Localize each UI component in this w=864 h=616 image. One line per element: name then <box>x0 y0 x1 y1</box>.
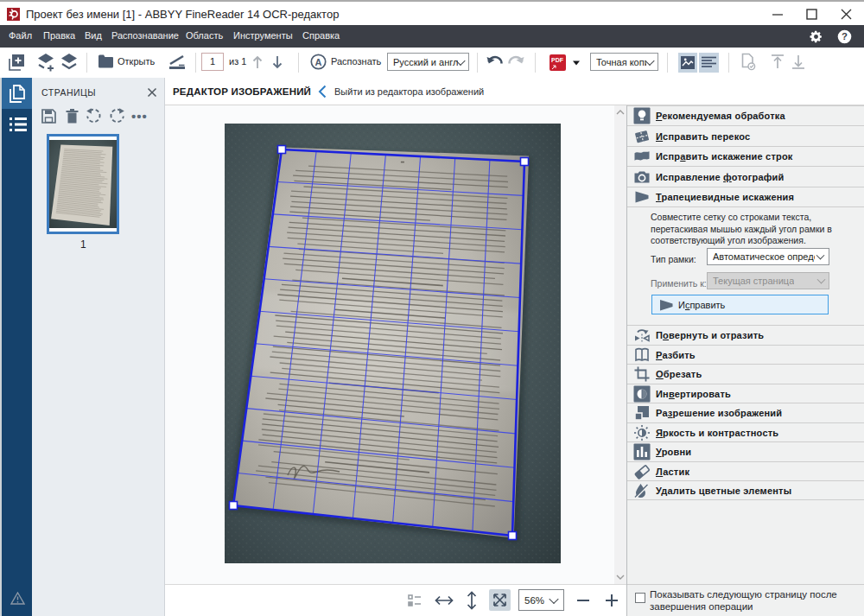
svg-text:?: ? <box>842 31 848 41</box>
svg-text:A: A <box>315 57 322 67</box>
